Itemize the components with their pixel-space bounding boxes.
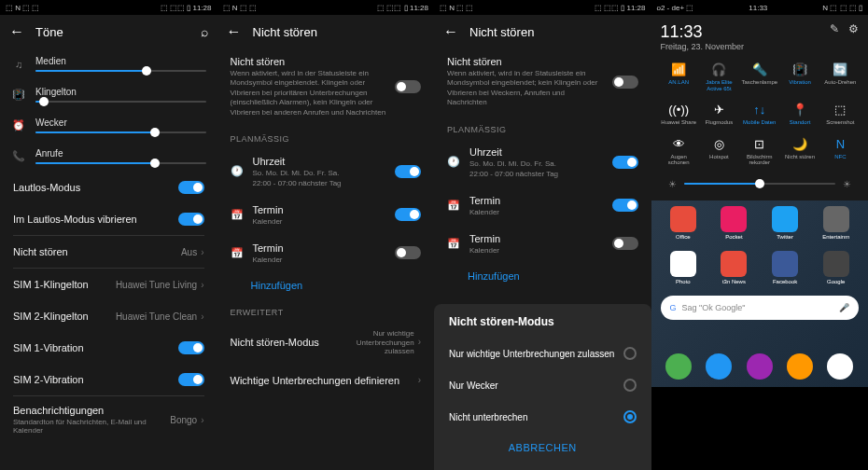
page-title: Töne (35, 25, 189, 39)
brightness-low-icon: ☀ (668, 179, 677, 189)
section-scheduled: PLANMÄSSIG (217, 125, 435, 147)
back-icon[interactable]: ← (9, 23, 24, 40)
search-icon[interactable]: ⌕ (201, 24, 208, 39)
back-icon[interactable]: ← (443, 23, 458, 40)
qs-clock: 11:33 (661, 22, 745, 42)
radio-icon (623, 410, 637, 423)
qs-tile[interactable]: ⊡Bildschirm rekorder (741, 133, 777, 170)
event1-toggle[interactable] (395, 208, 421, 221)
event2-toggle[interactable] (395, 246, 421, 259)
qs-tile[interactable]: ((•))Huawei Share (661, 99, 697, 130)
radio-icon (623, 347, 637, 360)
app-icon[interactable]: Entertainm (813, 206, 859, 240)
qs-tile[interactable]: 📍Standort (781, 99, 818, 130)
notifications-row[interactable]: BenachrichtigungenStandardton für Nachri… (0, 396, 217, 443)
qs-tile[interactable]: ✈Flugmodus (701, 99, 737, 130)
app-icon[interactable]: Google (813, 251, 859, 284)
vibrate-toggle[interactable] (178, 213, 204, 226)
radio-option[interactable]: Nicht unterbrechen (434, 401, 651, 433)
dnd-master-toggle[interactable] (395, 80, 421, 93)
qs-tile[interactable]: 🔦Taschenlampe (741, 59, 777, 95)
cancel-button[interactable]: ABBRECHEN (434, 433, 651, 463)
qs-tile[interactable]: ⬚Screenshot (822, 99, 859, 130)
qs-tile[interactable]: 📳Vibration (781, 59, 818, 95)
setting-row[interactable]: SIM 1-Vibration (0, 332, 217, 364)
screen-quicksettings: o2 - de+ ⬚11:33N ⬚ ⬚ ⬚ ▯ 11:33Freitag, 2… (651, 0, 869, 470)
setting-row[interactable]: SIM 2-Vibration (0, 364, 217, 395)
page-title: Nicht stören (469, 25, 642, 39)
app-icon[interactable]: Office (661, 206, 707, 240)
calendar-icon: 📅 (231, 247, 244, 259)
dock-app[interactable] (747, 353, 773, 380)
qs-tile[interactable]: 🔄Auto-Drehen (822, 59, 859, 95)
home-screen: OfficePocketTwitterEntertainm Photot3n N… (651, 200, 869, 387)
schedule-time-row[interactable]: 🕐UhrzeitSo. Mo. Di. Mi. Do. Fr. Sa.22:00… (217, 147, 435, 196)
volume-slider-anrufe[interactable]: 📞Anrufe (0, 141, 217, 172)
qs-tile[interactable]: 🎧Jabra Elite Active 65t (701, 59, 737, 95)
add-schedule-link[interactable]: Hinzufügen (217, 272, 435, 298)
qs-tile[interactable]: NNFC (822, 133, 859, 170)
app-icon[interactable]: Photo (661, 251, 707, 284)
qs-tile[interactable]: ◎Hotspot (701, 133, 737, 170)
dnd-mode-dialog: Nicht stören-Modus Nur wichtige Unterbre… (434, 304, 651, 470)
clock-icon: 🕐 (447, 156, 460, 168)
dnd-row[interactable]: Nicht störenAus› (0, 236, 217, 268)
statusbar: ⬚ N ⬚ ⬚⬚ ⬚⬚ ▯ 11:28 (217, 0, 435, 15)
radio-option[interactable]: Nur Wecker (434, 369, 651, 401)
radio-option[interactable]: Nur wichtige Unterbrechungen zulassen (434, 338, 651, 369)
back-icon[interactable]: ← (227, 23, 242, 40)
section-advanced: ERWEITERT (217, 298, 435, 321)
app-icon[interactable]: t3n News (711, 251, 757, 284)
event2-row[interactable]: 📅TerminKalender (217, 234, 435, 272)
dnd-master-toggle[interactable] (612, 76, 638, 89)
dock-app[interactable] (827, 353, 853, 380)
silent-mode-row[interactable]: Lautlos-Modus (0, 172, 217, 203)
calendar-icon: 📅 (231, 209, 244, 221)
setting-row[interactable]: SIM 2-KlingeltonHuawei Tune Clean› (0, 300, 217, 332)
gear-icon[interactable]: ⚙ (848, 22, 859, 35)
app-icon[interactable]: Pocket (711, 206, 757, 240)
dnd-mode-row[interactable]: Nicht stören-ModusNur wichtige Unterbrec… (217, 321, 435, 365)
qs-tile[interactable]: 👁Augen schonen (661, 133, 697, 170)
edit-icon[interactable]: ✎ (830, 22, 839, 35)
app-icon[interactable]: Facebook (763, 251, 808, 284)
clock-icon: 🕐 (231, 165, 244, 177)
setting-row[interactable]: SIM 1-KlingeltonHuawei Tune Living› (0, 269, 217, 300)
google-search-bar[interactable]: GSag "Ok Google"🎤 (661, 296, 860, 320)
qs-date: Freitag, 23. November (661, 42, 745, 51)
brightness-slider[interactable]: ☀ ☀ (661, 170, 860, 193)
screen-dnd-dialog: ⬚ N ⬚ ⬚⬚ ⬚⬚ ▯ 11:28 ← Nicht stören Nicht… (434, 0, 651, 470)
silent-toggle[interactable] (178, 181, 204, 194)
page-title: Nicht stören (253, 25, 426, 39)
schedule-time-row[interactable]: 🕐UhrzeitSo. Mo. Di. Mi. Do. Fr. Sa.22:00… (434, 138, 651, 187)
dock-app[interactable] (787, 353, 813, 380)
header: ← Töne ⌕ (0, 15, 217, 48)
header: ← Nicht stören (434, 15, 651, 48)
calendar-icon: 📅 (447, 200, 460, 212)
radio-icon (623, 379, 637, 392)
event1-row[interactable]: 📅TerminKalender (434, 187, 651, 225)
qs-tile[interactable]: ↑↓Mobile Daten (741, 99, 777, 130)
dock-app[interactable] (665, 353, 692, 380)
add-schedule-link[interactable]: Hinzufügen (434, 263, 651, 289)
event1-row[interactable]: 📅TerminKalender (217, 196, 435, 234)
screen-sounds: ⬚ N ⬚ ⬚⬚ ⬚⬚ ▯ 11:28 ← Töne ⌕ ♫Medien📳Kli… (0, 0, 217, 470)
screen-dnd-detail: ⬚ N ⬚ ⬚⬚ ⬚⬚ ▯ 11:28 ← Nicht stören Nicht… (217, 0, 435, 470)
volume-slider-klingelton[interactable]: 📳Klingelton (0, 79, 217, 110)
qs-tile[interactable]: 🌙Nicht stören (781, 133, 818, 170)
app-icon[interactable]: Twitter (763, 206, 808, 240)
statusbar: ⬚ N ⬚ ⬚⬚ ⬚⬚ ▯ 11:28 (0, 0, 217, 15)
header: ← Nicht stören (217, 15, 435, 48)
statusbar: ⬚ N ⬚ ⬚⬚ ⬚⬚ ▯ 11:28 (434, 0, 651, 15)
volume-slider-medien[interactable]: ♫Medien (0, 48, 217, 79)
brightness-high-icon: ☀ (843, 179, 851, 189)
vibrate-silent-row[interactable]: Im Lautlos-Modus vibrieren (0, 203, 217, 235)
dock-app[interactable] (706, 353, 732, 380)
volume-slider-wecker[interactable]: ⏰Wecker (0, 110, 217, 141)
define-interruptions-row[interactable]: Wichtige Unterbrechungen definieren› (217, 365, 435, 396)
qs-tile[interactable]: 📶AN.LAN (661, 59, 697, 95)
calendar-icon: 📅 (447, 238, 460, 250)
event2-row[interactable]: 📅TerminKalender (434, 225, 651, 263)
schedule-toggle[interactable] (395, 165, 421, 178)
statusbar: o2 - de+ ⬚11:33N ⬚ ⬚ ⬚ ▯ (651, 0, 869, 15)
